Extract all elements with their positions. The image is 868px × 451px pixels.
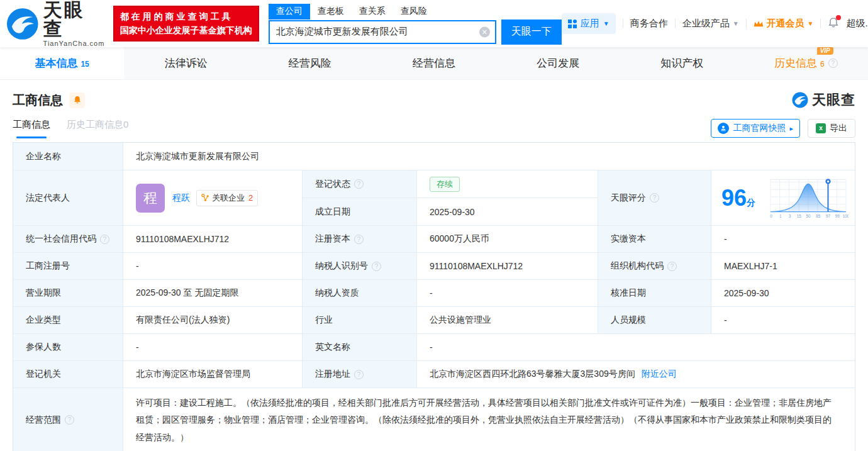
export-button[interactable]: x 导出 xyxy=(808,119,855,138)
help-icon[interactable]: ? xyxy=(65,415,74,425)
field-label: 登记状态 xyxy=(315,179,350,190)
field-label: 人员规模 xyxy=(598,307,711,333)
search-input[interactable] xyxy=(269,20,496,44)
monitor-bell-icon[interactable] xyxy=(69,92,85,108)
field-label: 行业 xyxy=(303,307,417,333)
search-tab-risk[interactable]: 查风险 xyxy=(393,4,435,19)
svg-text:99: 99 xyxy=(835,213,840,218)
nav-apps-label: 应用 xyxy=(581,18,599,30)
subtab-history-business-info[interactable]: 历史工商信息0 xyxy=(67,119,128,138)
help-icon[interactable]: ? xyxy=(650,193,659,203)
help-icon[interactable]: ? xyxy=(100,235,109,244)
promo-line2: 国家中小企业发展子基金旗下机构 xyxy=(120,24,252,38)
reg-authority-value: 北京市海淀区市场监督管理局 xyxy=(123,361,303,387)
tab-legal-litigation[interactable]: 法律诉讼 xyxy=(124,47,248,79)
table-row: 登记机关 北京市海淀区市场监督管理局 注册地址 ? 北京市海淀区西四环北路63号… xyxy=(13,360,855,387)
search-tab-boss[interactable]: 查老板 xyxy=(310,4,352,19)
field-label-wrap: 经营范围 ? xyxy=(13,388,123,451)
notification-bell-icon[interactable] xyxy=(828,17,839,30)
reg-status-cell: 存续 xyxy=(417,170,598,198)
clear-search-icon[interactable]: ✕ xyxy=(479,26,490,37)
field-label: 经营范围 xyxy=(26,415,61,426)
tab-count: 6 xyxy=(820,60,825,69)
field-label-wrap: 统一社会信用代码 ? xyxy=(13,226,123,252)
nav-user-label: 超级... xyxy=(846,18,868,30)
tab-label: 历史信息 xyxy=(774,56,817,70)
nav-apps[interactable]: 应用 ▼ xyxy=(562,13,616,34)
search-tab-company[interactable]: 查公司 xyxy=(269,4,310,19)
svg-text:100: 100 xyxy=(843,213,849,218)
nav-enterprise[interactable]: 企业级产品 ▼ xyxy=(682,18,739,30)
nav-cooperation[interactable]: 商务合作 xyxy=(630,18,668,30)
search-tabs: 查公司 查老板 查关系 查风险 xyxy=(269,3,562,19)
apps-grid-icon xyxy=(568,19,577,28)
taxpayer-id-value: 91110108MAEXLHJ712 xyxy=(417,253,598,279)
stamp-icon xyxy=(718,123,729,134)
company-name-value: 北京海淀城市更新发展有限公司 xyxy=(123,143,855,170)
field-label: 营业期限 xyxy=(13,280,123,306)
table-row: 法定代表人 程 程跃 关联企业 2 登记状态 ? xyxy=(13,170,855,225)
search-tab-relation[interactable]: 查关系 xyxy=(352,4,393,19)
field-label: 企业名称 xyxy=(13,143,123,170)
table-row: 参保人数 - 英文名称 - xyxy=(13,333,855,360)
score-distribution-chart: 013 155085 9799100 xyxy=(768,175,849,221)
subtab-business-info[interactable]: 工商信息 xyxy=(13,119,50,138)
chevron-down-icon: ▼ xyxy=(603,20,609,27)
field-label: 天眼评分 xyxy=(611,192,646,204)
arrow-right-icon: ▸ xyxy=(789,125,793,133)
tab-operation-risk[interactable]: 经营风险 xyxy=(248,47,372,79)
approval-date-value: 2025-09-30 xyxy=(711,280,855,306)
top-nav: 应用 ▼ 商务合作 企业级产品 ▼ 开通会员 ▼ 超级... ▼ xyxy=(562,13,868,34)
help-icon[interactable]: ? xyxy=(354,235,364,244)
svg-text:0: 0 xyxy=(770,213,772,218)
avatar[interactable]: 程 xyxy=(136,184,165,213)
help-icon[interactable]: ? xyxy=(354,370,364,379)
legal-rep-name-link[interactable]: 程跃 xyxy=(172,192,190,204)
business-term-value: 2025-09-30 至 无固定期限 xyxy=(123,280,303,306)
watermark-logo: 天眼查 xyxy=(792,91,855,109)
help-icon[interactable]: ? xyxy=(354,179,364,189)
help-icon[interactable]: ? xyxy=(372,262,381,271)
tab-intellectual-property[interactable]: 知识产权 xyxy=(620,47,744,79)
field-label: 纳税人识别号 xyxy=(315,260,368,272)
field-label-wrap: 组织机构代码 ? xyxy=(598,253,711,279)
help-icon[interactable]: ? xyxy=(667,262,677,271)
tab-history-info[interactable]: 历史信息 6 VIP ? xyxy=(744,47,868,79)
business-scope-value: 许可项目：建设工程施工。（依法须经批准的项目，经相关部门批准后方可开展经营活动，… xyxy=(123,388,855,451)
tab-basic-info[interactable]: 基本信息 15 xyxy=(0,47,124,79)
field-label-wrap: 注册资本 ? xyxy=(303,226,417,252)
industry-value: 公共设施管理业 xyxy=(417,307,598,333)
network-icon xyxy=(201,194,209,202)
field-label: 纳税人资质 xyxy=(303,280,417,306)
nav-open-vip[interactable]: 开通会员 ▼ xyxy=(754,18,814,30)
field-label: 英文名称 xyxy=(303,334,417,360)
field-label: 工商注册号 xyxy=(13,253,123,279)
nav-user-account[interactable]: 超级... ▼ xyxy=(846,18,868,30)
tab-label: 基本信息 xyxy=(35,56,77,70)
est-date-value: 2025-09-30 xyxy=(417,198,598,225)
vip-badge: VIP xyxy=(817,47,833,55)
nearby-companies-link[interactable]: 附近公司 xyxy=(642,369,677,380)
related-companies-badge[interactable]: 关联企业 2 xyxy=(196,190,258,206)
notification-dot xyxy=(836,15,841,20)
tab-label: 公司发展 xyxy=(537,56,579,70)
promo-banner: 都在用的商业查询工具 国家中小企业发展子基金旗下机构 xyxy=(113,6,259,42)
field-label: 成立日期 xyxy=(303,198,417,225)
tianyancha-logo[interactable]: 天眼查 TianYanCha.com xyxy=(6,1,105,47)
score-cell: 96分 013 xyxy=(711,170,855,225)
official-snapshot-button[interactable]: 工商官网快照 ▸ xyxy=(711,119,800,138)
field-label: 组织机构代码 xyxy=(611,260,664,272)
nav-open-vip-label: 开通会员 xyxy=(767,18,804,30)
field-label: 注册地址 xyxy=(315,369,350,380)
field-label: 注册资本 xyxy=(315,233,350,245)
top-header: 天眼查 TianYanCha.com 都在用的商业查询工具 国家中小企业发展子基… xyxy=(0,0,868,47)
tab-operation-info[interactable]: 经营信息 xyxy=(372,47,496,79)
credit-code-value: 91110108MAEXLHJ712 xyxy=(123,226,303,252)
help-icon[interactable]: ? xyxy=(828,58,838,68)
search-button[interactable]: 天眼一下 xyxy=(501,19,562,45)
tab-company-development[interactable]: 公司发展 xyxy=(496,47,620,79)
svg-text:15: 15 xyxy=(797,213,802,218)
promo-line1: 都在用的商业查询工具 xyxy=(120,10,252,24)
table-row: 经营范围 ? 许可项目：建设工程施工。（依法须经批准的项目，经相关部门批准后方可… xyxy=(13,387,855,451)
field-label: 核准日期 xyxy=(598,280,711,306)
